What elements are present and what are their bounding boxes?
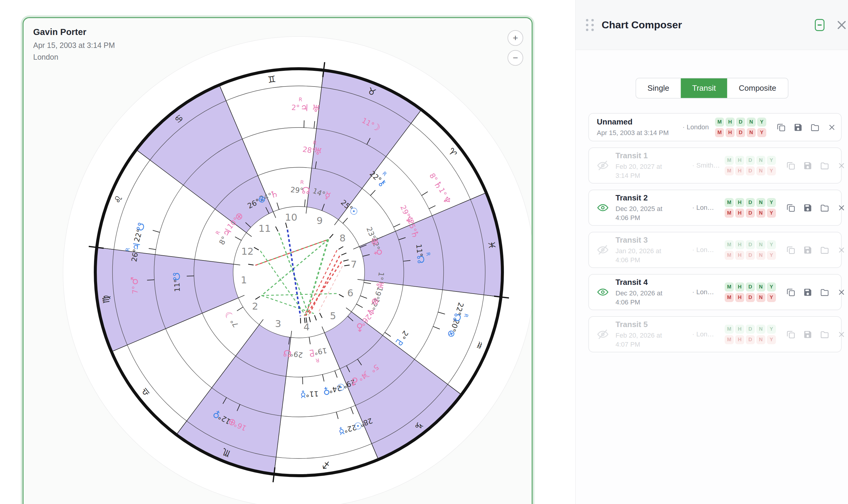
badge-H[interactable]: H [735, 156, 744, 165]
zoom-in-button[interactable]: + [508, 30, 523, 46]
badge-Y[interactable]: Y [767, 198, 776, 207]
badge-D[interactable]: D [746, 209, 755, 218]
badge-M[interactable]: M [725, 156, 734, 165]
badge-M[interactable]: M [715, 128, 724, 137]
tab-composite[interactable]: Composite [727, 78, 788, 98]
badge-Y[interactable]: Y [767, 325, 776, 334]
badge-N[interactable]: N [756, 293, 765, 302]
badge-M[interactable]: M [725, 166, 734, 176]
visibility-toggle[interactable] [597, 328, 610, 340]
remove-row-button[interactable] [827, 123, 836, 132]
badge-H[interactable]: H [726, 128, 735, 137]
badge-D[interactable]: D [736, 128, 745, 137]
duplicate-button[interactable] [777, 123, 786, 132]
base-chart-row[interactable]: Unnamed Apr 15, 2003 at 3:14 PM · London… [588, 113, 842, 141]
save-button[interactable] [803, 245, 812, 255]
remove-row-button[interactable] [837, 288, 846, 297]
badge-M[interactable]: M [725, 240, 734, 249]
remove-row-button[interactable] [837, 245, 846, 255]
save-button[interactable] [793, 123, 803, 132]
transit-row[interactable]: Transit 2 Dec 20, 2025 at4:06 PM · Lon… … [588, 190, 842, 226]
transit-row[interactable]: Transit 1 Feb 20, 2027 at3:14 PM · Smith… [588, 147, 842, 184]
badge-N[interactable]: N [756, 198, 765, 207]
badge-N[interactable]: N [756, 251, 765, 260]
badge-Y[interactable]: Y [757, 118, 766, 127]
badge-M[interactable]: M [725, 283, 734, 291]
remove-row-button[interactable] [837, 161, 846, 170]
badge-D[interactable]: D [746, 293, 755, 302]
badge-M[interactable]: M [725, 198, 734, 207]
tab-single[interactable]: Single [636, 78, 681, 98]
badge-H[interactable]: H [726, 118, 735, 127]
visibility-toggle[interactable] [597, 244, 610, 256]
badge-D[interactable]: D [746, 156, 755, 165]
badge-H[interactable]: H [735, 209, 744, 218]
badge-H[interactable]: H [735, 251, 744, 260]
transit-row[interactable]: Transit 3 Jan 20, 2026 at4:06 PM · Lon… … [588, 232, 842, 268]
badge-D[interactable]: D [746, 335, 755, 344]
badge-M[interactable]: M [725, 209, 734, 218]
folder-button[interactable] [820, 161, 829, 170]
badge-H[interactable]: H [735, 325, 744, 334]
badge-H[interactable]: H [735, 166, 744, 176]
badge-D[interactable]: D [746, 251, 755, 260]
badge-N[interactable]: N [747, 128, 756, 137]
badge-M[interactable]: M [725, 293, 734, 302]
badge-N[interactable]: N [747, 118, 756, 127]
zoom-out-button[interactable]: − [508, 50, 523, 66]
visibility-toggle[interactable] [597, 160, 610, 172]
folder-button[interactable] [810, 123, 820, 132]
duplicate-button[interactable] [786, 245, 796, 255]
badge-D[interactable]: D [746, 166, 755, 176]
badge-N[interactable]: N [756, 156, 765, 165]
badge-D[interactable]: D [746, 325, 755, 334]
visibility-toggle[interactable] [597, 286, 610, 298]
save-button[interactable] [803, 161, 812, 170]
folder-button[interactable] [820, 288, 829, 297]
badge-Y[interactable]: Y [767, 240, 776, 249]
duplicate-button[interactable] [786, 330, 796, 339]
save-button[interactable] [803, 288, 812, 297]
drag-handle-icon[interactable] [586, 19, 594, 31]
minimize-panel-icon[interactable] [815, 19, 825, 31]
badge-H[interactable]: H [735, 335, 744, 344]
badge-N[interactable]: N [756, 335, 765, 344]
badge-N[interactable]: N [756, 283, 765, 291]
badge-Y[interactable]: Y [767, 209, 776, 218]
badge-N[interactable]: N [756, 209, 765, 218]
badge-Y[interactable]: Y [767, 293, 776, 302]
save-button[interactable] [803, 330, 812, 339]
badge-D[interactable]: D [746, 240, 755, 249]
badge-M[interactable]: M [715, 118, 724, 127]
visibility-toggle[interactable] [597, 202, 610, 214]
badge-H[interactable]: H [735, 283, 744, 291]
duplicate-button[interactable] [786, 161, 796, 170]
folder-button[interactable] [820, 330, 829, 339]
badge-N[interactable]: N [756, 325, 765, 334]
badge-M[interactable]: M [725, 335, 734, 344]
badge-Y[interactable]: Y [757, 128, 766, 137]
transit-row[interactable]: Transit 5 Feb 20, 2026 at4:07 PM · Lon… … [588, 316, 842, 353]
badge-D[interactable]: D [746, 198, 755, 207]
badge-M[interactable]: M [725, 325, 734, 334]
folder-button[interactable] [820, 245, 829, 255]
badge-Y[interactable]: Y [767, 166, 776, 176]
close-panel-icon[interactable] [836, 20, 847, 30]
duplicate-button[interactable] [786, 203, 796, 213]
tab-transit[interactable]: Transit [681, 78, 727, 98]
badge-H[interactable]: H [735, 198, 744, 207]
badge-M[interactable]: M [725, 251, 734, 260]
badge-Y[interactable]: Y [767, 251, 776, 260]
remove-row-button[interactable] [837, 330, 846, 339]
badge-Y[interactable]: Y [767, 283, 776, 291]
save-button[interactable] [803, 203, 812, 213]
badge-D[interactable]: D [746, 283, 755, 291]
badge-N[interactable]: N [756, 240, 765, 249]
duplicate-button[interactable] [786, 288, 796, 297]
badge-D[interactable]: D [736, 118, 745, 127]
folder-button[interactable] [820, 203, 829, 213]
badge-H[interactable]: H [735, 240, 744, 249]
badge-Y[interactable]: Y [767, 156, 776, 165]
badge-N[interactable]: N [756, 166, 765, 176]
badge-Y[interactable]: Y [767, 335, 776, 344]
